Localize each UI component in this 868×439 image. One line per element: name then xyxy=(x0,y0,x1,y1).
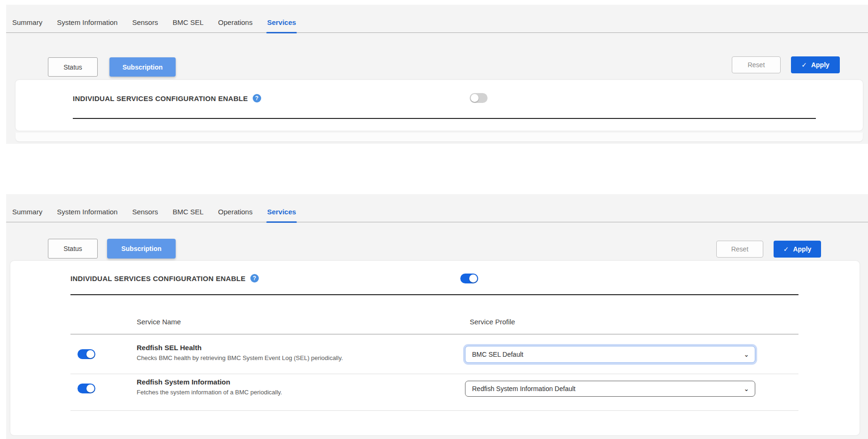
individual-services-config-toggle[interactable] xyxy=(470,93,488,103)
apply-button[interactable]: ✓ Apply xyxy=(791,56,840,73)
subscription-button[interactable]: Subscription xyxy=(109,57,176,77)
tab-bmc-sel[interactable]: BMC SEL xyxy=(171,204,204,222)
service-enable-toggle[interactable] xyxy=(78,384,95,393)
tab-summary[interactable]: Summary xyxy=(11,204,43,222)
tab-bar: Summary System Information Sensors BMC S… xyxy=(6,14,868,33)
individual-services-config-toggle[interactable] xyxy=(460,274,478,283)
check-icon: ✓ xyxy=(783,245,789,253)
individual-services-config-label: INDIVIDUAL SERVICES CONFIGURATION ENABLE… xyxy=(70,274,259,282)
tab-summary[interactable]: Summary xyxy=(11,14,43,32)
tab-sensors[interactable]: Sensors xyxy=(131,14,159,32)
service-profile-select[interactable]: BMC SEL Default ⌄ xyxy=(465,346,755,363)
service-enable-toggle[interactable] xyxy=(78,349,95,359)
chevron-down-icon: ⌄ xyxy=(744,351,749,358)
service-description: Fetches the system information of a BMC … xyxy=(137,389,282,396)
subscription-config-card: INDIVIDUAL SERVICES CONFIGURATION ENABLE… xyxy=(16,80,863,131)
column-header-service-name: Service Name xyxy=(137,318,181,326)
row-divider xyxy=(70,410,798,411)
chevron-down-icon: ⌄ xyxy=(744,385,749,392)
help-icon[interactable]: ? xyxy=(250,274,259,282)
services-panel-bottom: Summary System Information Sensors BMC S… xyxy=(6,194,868,439)
reset-button[interactable]: Reset xyxy=(732,56,781,73)
selected-option: BMC SEL Default xyxy=(472,351,523,358)
tab-services[interactable]: Services xyxy=(266,204,297,222)
tab-operations[interactable]: Operations xyxy=(217,14,253,32)
tab-services[interactable]: Services xyxy=(266,14,297,32)
toggle-knob xyxy=(86,350,94,358)
toggle-knob xyxy=(86,384,94,392)
config-divider xyxy=(73,118,816,119)
service-name: Redfish SEL Health xyxy=(137,344,202,352)
config-label-text: INDIVIDUAL SERVICES CONFIGURATION ENABLE xyxy=(73,94,248,102)
individual-services-config-label: INDIVIDUAL SERVICES CONFIGURATION ENABLE… xyxy=(73,94,261,102)
tab-system-information[interactable]: System Information xyxy=(56,204,118,222)
apply-button[interactable]: ✓ Apply xyxy=(774,241,821,258)
apply-button-label: Apply xyxy=(793,245,811,253)
status-button[interactable]: Status xyxy=(48,57,98,77)
service-profile-select[interactable]: Redfish System Information Default ⌄ xyxy=(465,381,755,397)
tab-operations[interactable]: Operations xyxy=(217,204,253,222)
subscription-config-card: INDIVIDUAL SERVICES CONFIGURATION ENABLE… xyxy=(10,261,860,435)
tab-bar: Summary System Information Sensors BMC S… xyxy=(6,204,868,222)
selected-option: Redfish System Information Default xyxy=(472,385,575,392)
config-divider xyxy=(70,294,798,295)
subscription-button[interactable]: Subscription xyxy=(107,239,176,259)
reset-button[interactable]: Reset xyxy=(716,241,763,258)
card-footer-strip xyxy=(16,133,863,141)
tab-sensors[interactable]: Sensors xyxy=(131,204,159,222)
toggle-knob xyxy=(471,94,479,102)
row-divider xyxy=(70,374,798,374)
column-header-service-profile: Service Profile xyxy=(470,318,515,326)
toggle-knob xyxy=(469,274,477,282)
services-panel-top: Summary System Information Sensors BMC S… xyxy=(6,5,868,144)
header-divider xyxy=(70,334,798,335)
apply-button-label: Apply xyxy=(811,61,829,69)
service-name: Redfish System Information xyxy=(137,378,230,386)
help-icon[interactable]: ? xyxy=(253,94,261,102)
tab-bmc-sel[interactable]: BMC SEL xyxy=(171,14,204,32)
check-icon: ✓ xyxy=(801,61,807,69)
service-description: Checks BMC health by retrieving BMC Syst… xyxy=(137,354,343,361)
config-label-text: INDIVIDUAL SERVICES CONFIGURATION ENABLE xyxy=(70,274,246,282)
tab-system-information[interactable]: System Information xyxy=(56,14,118,32)
status-button[interactable]: Status xyxy=(48,239,98,259)
